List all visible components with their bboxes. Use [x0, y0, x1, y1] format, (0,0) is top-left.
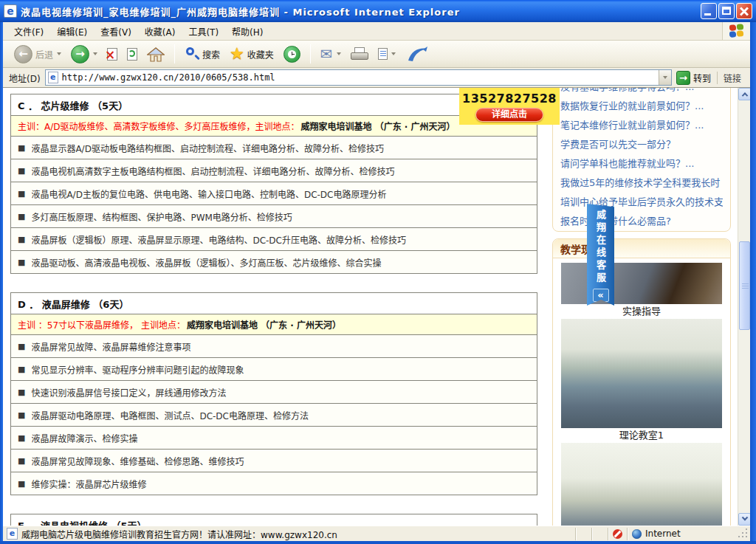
- photo-classroom-clipped[interactable]: [561, 443, 722, 526]
- maximize-button[interactable]: [718, 3, 735, 19]
- bullet-icon: ■: [18, 143, 25, 153]
- section-header: C ． 芯片级维修 （5天）: [10, 94, 537, 116]
- back-dropdown-icon[interactable]: [57, 52, 61, 55]
- address-bar: 地址(D) e http://www.gzwx120.cn/2010/0605/…: [3, 68, 750, 88]
- print-button[interactable]: [347, 43, 372, 66]
- search-button[interactable]: 搜索: [181, 43, 224, 66]
- home-button[interactable]: [143, 43, 168, 66]
- vertical-scrollbar[interactable]: [738, 88, 750, 526]
- mail-dropdown-icon[interactable]: [337, 52, 341, 55]
- bullet-icon: ■: [18, 456, 25, 466]
- faq-link[interactable]: 培训中心给予毕业后学员永久的技术支: [560, 193, 723, 212]
- chevron-down-icon: [663, 76, 667, 79]
- faq-link[interactable]: 笔记本维修行业就业前景如何？...: [560, 116, 723, 135]
- windows-logo: [722, 22, 750, 40]
- detail-click-button[interactable]: 详细点击: [475, 108, 543, 122]
- home-icon: [147, 47, 165, 62]
- browser-window: e 液晶电视维修培训_家电维修培训_广州威翔电脑维修培训 - Microsoft…: [0, 0, 756, 544]
- bullet-icon: ■: [18, 212, 25, 221]
- search-icon: [185, 47, 199, 61]
- standard-toolbar: ← 后退 → × 搜索 ★ 收藏夹: [3, 41, 750, 68]
- scroll-down-button[interactable]: [738, 513, 750, 526]
- address-input[interactable]: e http://www.gzwx120.cn/2010/0605/538.ht…: [45, 69, 672, 86]
- page-ie-icon: e: [48, 72, 58, 83]
- menu-file[interactable]: 文件(F): [7, 22, 50, 41]
- course-item: ■液晶电视机高清数字主板电路结构框图、启动控制流程、详细电路分析、故障分析、检修…: [10, 159, 537, 182]
- stop-icon: ×: [107, 48, 117, 61]
- bullet-icon: ■: [18, 235, 25, 244]
- status-blocked-cell: [608, 528, 627, 540]
- menu-view[interactable]: 查看(V): [94, 22, 138, 41]
- back-icon: ←: [14, 45, 32, 63]
- minimize-button[interactable]: [701, 3, 717, 19]
- address-url[interactable]: http://www.gzwx120.cn/2010/0605/538.html: [62, 72, 659, 83]
- back-button[interactable]: ← 后退: [10, 43, 65, 66]
- edit-page-icon: [378, 48, 388, 60]
- bullet-icon: ■: [18, 388, 25, 397]
- intro-location: 威翔家电培训基地 （广东 · 广州天河）: [187, 318, 341, 331]
- intro-text: 主训 ：57寸以下液晶屏维修， 主训地点：: [18, 318, 185, 331]
- course-item: ■液晶屏驱动电路原理、电路框图、测试点、DC-DC电路原理、检修方法: [10, 403, 537, 427]
- edit-button[interactable]: [374, 43, 399, 66]
- menu-help[interactable]: 帮助(H): [225, 22, 269, 41]
- course-item: ■常见显示分辨率、驱动程序分辨率问题引起的故障现象: [10, 357, 537, 381]
- go-label: 转到: [693, 72, 711, 84]
- messenger-button[interactable]: [402, 43, 433, 66]
- scrollbar-thumb[interactable]: [739, 241, 750, 330]
- favorites-button[interactable]: ★ 收藏夹: [226, 43, 278, 66]
- gallery-title: 教学现场: [553, 239, 730, 258]
- intro-text: 主训：A/D驱动板维修、高清数字板维修、多灯高压板维修，主训地点：: [18, 120, 300, 132]
- online-service-ribbon[interactable]: 威翔在线客服 «: [587, 204, 614, 306]
- windows-flag-icon: [729, 24, 744, 38]
- refresh-icon: [127, 48, 137, 61]
- forward-icon: →: [71, 45, 89, 63]
- section-header: E ． 液晶电视机维修 （5天）: [10, 514, 537, 526]
- intro-location: 威翔家电培训基地 （广东 · 广州天河）: [301, 120, 456, 132]
- close-button[interactable]: [736, 3, 752, 19]
- go-button[interactable]: → 转到: [672, 69, 715, 86]
- faq-box: 没有基础学维修能学得会吗？... 数据恢复行业的就业前景如何？... 笔记本维修…: [552, 88, 731, 232]
- faq-link[interactable]: 学费是否可以先交一部分？: [560, 135, 723, 154]
- resize-grip[interactable]: [738, 528, 749, 540]
- mail-icon: ✉: [320, 47, 333, 61]
- menu-tools[interactable]: 工具(T): [182, 22, 225, 41]
- faq-link[interactable]: 请问学单科也能推荐就业吗？...: [560, 154, 723, 173]
- forward-button[interactable]: →: [67, 43, 101, 66]
- internet-globe-icon: [632, 529, 642, 539]
- faq-link[interactable]: 没有基础学维修能学得会吗？...: [560, 88, 723, 97]
- phone-promo-box: 13527827528 详细点击: [459, 88, 560, 125]
- menu-favorites[interactable]: 收藏(A): [138, 22, 182, 41]
- edit-dropdown-icon[interactable]: [391, 52, 396, 55]
- forward-dropdown-icon[interactable]: [93, 52, 97, 55]
- history-button[interactable]: [280, 43, 304, 66]
- menu-edit[interactable]: 编辑(E): [50, 22, 94, 41]
- swoosh-icon: [405, 45, 429, 63]
- photo-theory-classroom[interactable]: [561, 319, 722, 428]
- course-item: ■液晶屏板（逻辑板）原理、液晶屏显示原理、电路结构、DC-DC升压电路、故障分析…: [10, 227, 537, 251]
- mail-button[interactable]: ✉: [317, 43, 345, 66]
- faq-link[interactable]: 我做过5年的维修技术学全科要我长时: [560, 173, 723, 193]
- links-toolbar-label[interactable]: 链接: [717, 72, 747, 84]
- scroll-up-button[interactable]: [738, 88, 750, 100]
- refresh-button[interactable]: [123, 43, 141, 66]
- title-bar: e 液晶电视维修培训_家电维修培训_广州威翔电脑维修培训 - Microsoft…: [0, 0, 756, 22]
- search-label: 搜索: [202, 48, 220, 61]
- address-dropdown-button[interactable]: [659, 70, 671, 85]
- course-item: ■液晶显示器A/D驱动板电路结构框图、启动控制流程、详细电路分析、故障分析、检修…: [10, 136, 537, 159]
- restricted-icon: [613, 529, 622, 539]
- window-border-bottom: [0, 541, 756, 544]
- thumb-grip-icon: [742, 283, 749, 284]
- stop-button[interactable]: ×: [103, 43, 121, 66]
- course-item: ■快速识别液晶屏信号接口定义，屏线通用修改方法: [10, 380, 537, 404]
- maximize-icon: [722, 7, 731, 15]
- faq-link[interactable]: 数据恢复行业的就业前景如何？...: [560, 97, 723, 116]
- course-item: ■维修实操：液晶屏芯片级维修: [10, 472, 537, 495]
- course-item: ■液晶屏常见故障、液晶屏幕维修注意事项: [10, 334, 537, 358]
- course-item: ■液晶屏常见故障现象、维修基础、检修思路、维修技巧: [10, 449, 537, 472]
- back-label: 后退: [35, 48, 53, 61]
- faq-link[interactable]: 报名时需要带什么必需品?: [560, 212, 723, 231]
- photo-practical-training[interactable]: [561, 263, 722, 304]
- status-zone-cell: Internet: [627, 528, 738, 540]
- course-item: ■液晶驱动板、高清液晶电视板、液晶屏板（逻辑板）、多灯高压板、芯片级维修、综合实…: [10, 250, 537, 274]
- menu-bar: 文件(F) 编辑(E) 查看(V) 收藏(A) 工具(T) 帮助(H): [3, 22, 750, 41]
